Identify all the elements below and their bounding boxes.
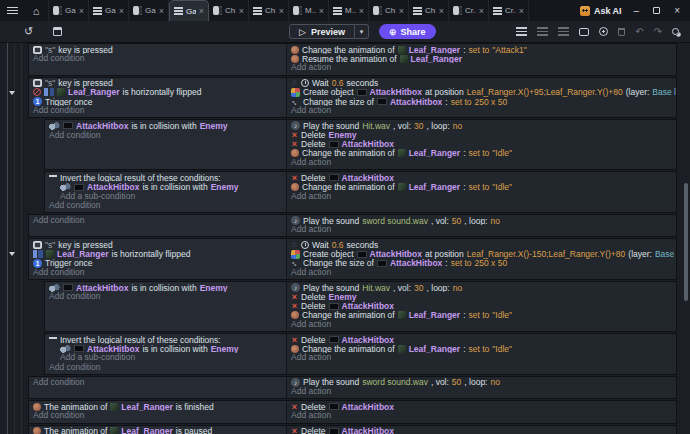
action-row[interactable]: ×Delete AttackHitbox xyxy=(291,402,676,411)
add-action-link[interactable]: Add action xyxy=(291,268,676,277)
comment-icon[interactable] xyxy=(579,28,589,36)
action-row[interactable]: ♪Play the sound Hit.wav, vol: 30, loop: … xyxy=(291,121,676,130)
event-block[interactable]: "s" key is pressedLeaf_Ranger is horizon… xyxy=(28,77,677,119)
add-action-link[interactable]: Add action xyxy=(291,411,676,420)
collapse-chevron-icon[interactable] xyxy=(9,252,15,256)
event-block[interactable]: Invert the logical result of these condi… xyxy=(44,171,677,213)
action-row[interactable]: ×Delete Enemy xyxy=(291,131,676,140)
action-row[interactable]: ∴Wait 0.6 seconds xyxy=(291,240,676,249)
event-block[interactable]: "s" key is pressedLeaf_Ranger is horizon… xyxy=(28,238,677,280)
add-action-link[interactable]: Add action xyxy=(291,353,676,362)
maximize-button[interactable] xyxy=(653,7,660,14)
tab-ch-9[interactable]: Ch...× xyxy=(409,0,449,21)
event-block[interactable]: The animation of Leaf_Ranger is pausedAd… xyxy=(28,425,677,434)
tab-ga-2[interactable]: Ga...× xyxy=(129,0,169,21)
trash-icon[interactable] xyxy=(618,28,625,36)
condition-row[interactable]: "s" key is pressed xyxy=(33,240,286,249)
action-row[interactable]: Change the animation of Leaf_Ranger: set… xyxy=(291,182,676,191)
condition-row[interactable]: Leaf_Ranger is horizontally flipped xyxy=(33,88,286,97)
add-action-link[interactable]: Add action xyxy=(291,225,676,234)
close-tab-icon[interactable]: × xyxy=(279,6,284,16)
ask-ai-button[interactable]: Ask AI xyxy=(580,6,622,16)
add-condition-link[interactable]: Add condition xyxy=(33,378,286,387)
tab-ga-0[interactable]: Ga...× xyxy=(49,0,89,21)
action-row[interactable]: ♪Play the sound sword sound.wav, vol: 50… xyxy=(291,378,676,387)
action-row[interactable]: ×Delete AttackHitbox xyxy=(291,302,676,311)
add-action-link[interactable]: Add action xyxy=(291,158,676,167)
close-tab-icon[interactable]: × xyxy=(479,6,484,16)
tab-ch-8[interactable]: Ch...× xyxy=(369,0,409,21)
action-row[interactable]: ♪Play the sound sword sound.wav, vol: 50… xyxy=(291,216,676,225)
undo-icon[interactable]: ↶ xyxy=(635,27,643,37)
add-condition-link[interactable]: Add condition xyxy=(33,106,286,115)
add-action-link[interactable]: Add action xyxy=(291,387,676,396)
redo-icon[interactable]: ↷ xyxy=(654,27,662,37)
save-icon[interactable] xyxy=(53,27,62,36)
action-row[interactable]: ♪Play the sound Hit.wav, vol: 30, loop: … xyxy=(291,283,676,292)
action-row[interactable]: Create object AttackHitbox at position L… xyxy=(291,88,676,97)
tab-cr-11[interactable]: Cr...× xyxy=(489,0,529,21)
action-row[interactable]: ×Delete AttackHitbox xyxy=(291,427,676,434)
action-row[interactable]: ↔Change the size of AttackHitbox: set to… xyxy=(291,97,676,106)
add-action-link[interactable]: Add action xyxy=(291,106,676,115)
action-row[interactable]: Resume the animation of Leaf_Ranger xyxy=(291,54,676,63)
add-condition-link[interactable]: Add condition xyxy=(33,411,286,420)
event-block[interactable]: AttackHitbox is in collision with EnemyA… xyxy=(44,119,677,170)
condition-row[interactable]: AttackHitbox is in collision with Enemy xyxy=(60,182,286,191)
action-row[interactable]: ×Delete AttackHitbox xyxy=(291,140,676,149)
action-row[interactable]: Create object AttackHitbox at position L… xyxy=(291,250,676,259)
circled-target-icon[interactable] xyxy=(599,27,608,36)
add-condition-link[interactable]: Add condition xyxy=(49,292,286,301)
tab-m-6[interactable]: M...× xyxy=(289,0,329,21)
close-window-button[interactable]: × xyxy=(674,6,680,16)
add-condition-link[interactable]: Add condition xyxy=(33,268,286,277)
event-block[interactable]: Add condition♪Play the sound sword sound… xyxy=(28,376,677,399)
history-icon[interactable]: ↺ xyxy=(24,26,33,37)
action-row[interactable]: ×Delete AttackHitbox xyxy=(291,335,676,344)
condition-row[interactable]: Leaf_Ranger is horizontally flipped xyxy=(33,250,286,259)
tab-ga-1[interactable]: Ga...× xyxy=(89,0,129,21)
event-block[interactable]: The animation of Leaf_Ranger is finished… xyxy=(28,400,677,423)
event-block[interactable]: "s" key is pressedAdd conditionChange th… xyxy=(28,43,677,76)
tab-ch-4[interactable]: Ch...× xyxy=(209,0,249,21)
close-tab-icon[interactable]: × xyxy=(519,6,524,16)
close-tab-icon[interactable]: × xyxy=(359,6,364,16)
collapse-chevron-icon[interactable] xyxy=(9,91,15,95)
add-condition-link[interactable]: Add condition xyxy=(49,131,286,140)
condition-row[interactable]: "s" key is pressed xyxy=(33,79,286,88)
condition-row[interactable]: Invert the logical result of these condi… xyxy=(49,335,286,344)
close-tab-icon[interactable]: × xyxy=(439,6,444,16)
add-condition-link[interactable]: Add condition xyxy=(49,363,286,372)
tab-ga-3[interactable]: Ga...× xyxy=(169,0,209,21)
action-row[interactable]: Change the animation of Leaf_Ranger: set… xyxy=(291,344,676,353)
search-icon[interactable] xyxy=(672,28,679,35)
condition-row[interactable]: The animation of Leaf_Ranger is paused xyxy=(33,427,286,434)
close-tab-icon[interactable]: × xyxy=(319,6,324,16)
add-other-event-icon[interactable] xyxy=(558,27,569,36)
action-row[interactable]: Change the animation of Leaf_Ranger: set… xyxy=(291,45,676,54)
add-event-icon[interactable] xyxy=(516,27,527,36)
preview-dropdown-button[interactable]: ▾ xyxy=(355,24,369,39)
share-button[interactable]: ⊕ Share xyxy=(379,24,436,39)
action-row[interactable]: ↔Change the size of AttackHitbox: set to… xyxy=(291,259,676,268)
close-tab-icon[interactable]: × xyxy=(159,6,164,16)
close-tab-icon[interactable]: × xyxy=(399,6,404,16)
add-action-link[interactable]: Add action xyxy=(291,63,676,72)
preview-button[interactable]: ▷ Preview xyxy=(289,24,355,39)
action-row[interactable]: ∴Wait 0.6 seconds xyxy=(291,79,676,88)
main-menu-button[interactable] xyxy=(0,0,24,21)
condition-row[interactable]: Invert the logical result of these condi… xyxy=(49,173,286,182)
condition-row[interactable]: AttackHitbox is in collision with Enemy xyxy=(60,344,286,353)
add-action-link[interactable]: Add action xyxy=(291,192,676,201)
action-row[interactable]: ×Delete Enemy xyxy=(291,292,676,301)
event-block[interactable]: Add condition♪Play the sound sword sound… xyxy=(28,214,677,237)
close-tab-icon[interactable]: × xyxy=(79,6,84,16)
tab-ch-5[interactable]: Ch...× xyxy=(249,0,289,21)
tab-cr-10[interactable]: Cr...× xyxy=(449,0,489,21)
minimize-button[interactable]: – xyxy=(634,6,640,16)
event-block[interactable]: AttackHitbox is in collision with EnemyA… xyxy=(44,281,677,332)
close-tab-icon[interactable]: × xyxy=(119,6,124,16)
close-tab-icon[interactable]: × xyxy=(199,6,204,16)
close-tab-icon[interactable]: × xyxy=(239,6,244,16)
add-condition-link[interactable]: Add condition xyxy=(33,54,286,63)
